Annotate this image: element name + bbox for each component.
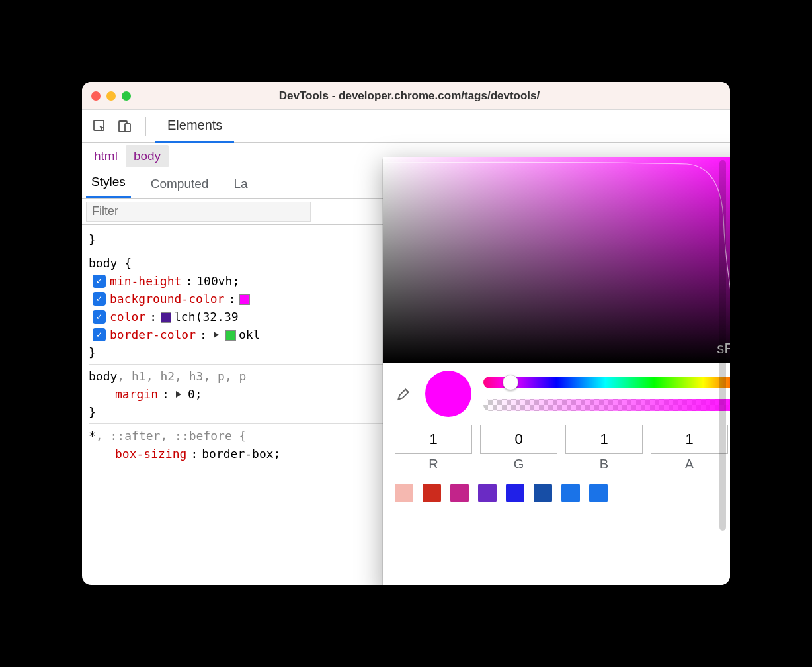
preset-swatch[interactable] bbox=[561, 484, 580, 502]
checkbox-icon[interactable]: ✓ bbox=[93, 275, 106, 288]
hue-thumb[interactable] bbox=[503, 375, 518, 390]
close-window-icon[interactable] bbox=[91, 91, 101, 101]
preset-swatch[interactable] bbox=[450, 484, 469, 502]
subtab-layout-partial[interactable]: La bbox=[228, 170, 253, 198]
scrollbar[interactable] bbox=[719, 160, 726, 531]
input-col-g: G bbox=[480, 425, 557, 472]
traffic-lights bbox=[91, 91, 131, 101]
preset-swatches: ▲▼ bbox=[383, 476, 730, 510]
preset-swatch[interactable] bbox=[506, 484, 524, 502]
g-label: G bbox=[514, 457, 524, 472]
alpha-slider[interactable] bbox=[483, 399, 730, 411]
b-label: B bbox=[600, 457, 608, 472]
input-col-b: B bbox=[565, 425, 643, 472]
checkbox-icon[interactable]: ✓ bbox=[93, 292, 106, 306]
breadcrumb-html[interactable]: html bbox=[86, 145, 126, 167]
svg-rect-2 bbox=[125, 124, 130, 132]
expand-triangle-icon[interactable] bbox=[176, 391, 181, 398]
inspect-element-icon[interactable] bbox=[89, 115, 111, 138]
eyedropper-icon[interactable] bbox=[395, 384, 413, 403]
picker-controls-row bbox=[383, 363, 730, 421]
a-label: A bbox=[685, 457, 694, 472]
preset-swatch[interactable] bbox=[423, 484, 441, 502]
checkbox-icon[interactable]: ✓ bbox=[93, 310, 106, 324]
input-col-r: R bbox=[395, 425, 472, 472]
window-title: DevTools - developer.chrome.com/tags/dev… bbox=[131, 89, 721, 103]
input-col-a: A bbox=[651, 425, 728, 472]
preset-swatch[interactable] bbox=[534, 484, 552, 502]
tab-elements[interactable]: Elements bbox=[155, 110, 234, 143]
minimize-window-icon[interactable] bbox=[106, 91, 116, 101]
a-input[interactable] bbox=[651, 425, 728, 454]
current-color-circle bbox=[425, 371, 471, 417]
color-swatch-icon[interactable] bbox=[161, 312, 171, 323]
sliders-group bbox=[483, 377, 730, 411]
sv-color-field[interactable]: sRGB bbox=[383, 157, 730, 363]
expand-triangle-icon[interactable] bbox=[214, 332, 219, 338]
b-input[interactable] bbox=[565, 425, 643, 454]
rgba-inputs: R G B A ▲▼ bbox=[383, 421, 730, 476]
color-picker-popover: sRGB R bbox=[383, 157, 730, 585]
devtools-window: DevTools - developer.chrome.com/tags/dev… bbox=[82, 82, 730, 585]
subtab-computed[interactable]: Computed bbox=[145, 170, 214, 198]
styles-filter-input[interactable] bbox=[86, 202, 311, 222]
preset-swatch[interactable] bbox=[395, 484, 413, 502]
color-swatch-icon[interactable] bbox=[225, 330, 236, 341]
hue-slider[interactable] bbox=[483, 377, 730, 388]
device-toggle-icon[interactable] bbox=[114, 115, 136, 138]
color-swatch-icon[interactable] bbox=[239, 294, 250, 305]
r-input[interactable] bbox=[395, 425, 472, 454]
subtab-styles[interactable]: Styles bbox=[86, 168, 131, 198]
preset-swatch[interactable] bbox=[589, 484, 608, 502]
r-label: R bbox=[428, 457, 438, 472]
toolbar-separator bbox=[145, 117, 146, 136]
g-input[interactable] bbox=[480, 425, 557, 454]
devtools-toolbar: Elements bbox=[82, 110, 730, 143]
breadcrumb-body[interactable]: body bbox=[126, 145, 169, 167]
preset-swatch[interactable] bbox=[478, 484, 497, 502]
checkbox-icon[interactable]: ✓ bbox=[93, 328, 106, 341]
gamut-boundary-line bbox=[383, 157, 730, 363]
titlebar: DevTools - developer.chrome.com/tags/dev… bbox=[82, 82, 730, 110]
maximize-window-icon[interactable] bbox=[122, 91, 131, 101]
